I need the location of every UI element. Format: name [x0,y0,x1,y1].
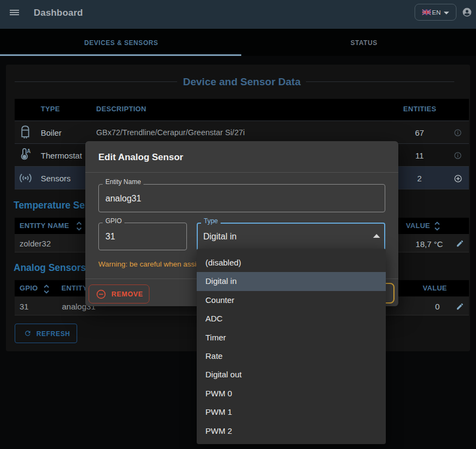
svg-text:A: A [27,148,30,154]
